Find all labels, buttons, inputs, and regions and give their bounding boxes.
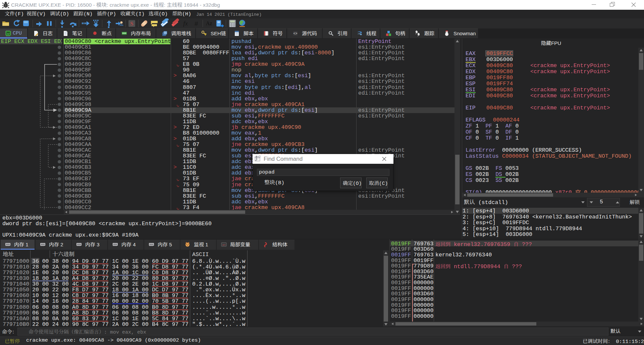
- svg-text:Aᴢ: Aᴢ: [206, 20, 212, 26]
- svg-text:<>: <>: [293, 32, 297, 36]
- svg-text:fx: fx: [183, 20, 188, 27]
- svg-text:32: 32: [7, 33, 10, 35]
- svg-text:x=: x=: [222, 243, 226, 246]
- svg-text:#: #: [195, 20, 198, 27]
- svg-text:!: !: [205, 34, 206, 36]
- svg-text:S: S: [130, 20, 133, 27]
